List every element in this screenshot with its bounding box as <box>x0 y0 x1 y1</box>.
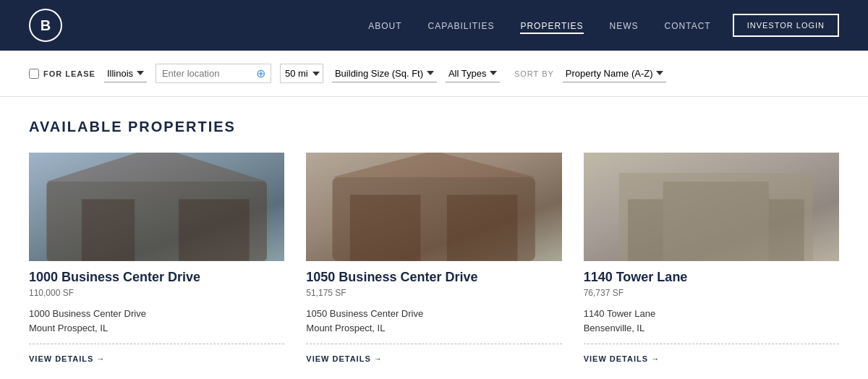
nav-item-about[interactable]: About <box>368 21 401 31</box>
svg-rect-2 <box>82 200 135 261</box>
building-size-select[interactable]: Building Size (Sq. Ft) <box>332 65 437 82</box>
property-divider <box>306 344 561 344</box>
property-size: 51,175 SF <box>306 288 561 298</box>
view-details-link[interactable]: View Details <box>306 354 382 363</box>
radius-select[interactable]: 50 mi <box>280 64 323 83</box>
svg-rect-7 <box>447 195 517 261</box>
property-image <box>29 153 284 261</box>
all-types-select[interactable]: All Types <box>446 65 500 82</box>
logo[interactable]: B <box>29 9 62 42</box>
location-input-wrap: ⊕ <box>156 64 271 83</box>
nav-links: About Capabilities Properties News Conta… <box>368 19 710 32</box>
property-card: 1000 Business Center Drive 110,000 SF 10… <box>29 153 284 365</box>
nav-item-contact[interactable]: Contact <box>665 21 711 31</box>
navigation: B About Capabilities Properties News Con… <box>0 0 868 51</box>
svg-rect-11 <box>769 200 804 261</box>
property-divider <box>29 344 284 344</box>
view-details-link[interactable]: View Details <box>584 354 660 363</box>
main-content: Available Properties 1000 Business Cente… <box>0 104 868 379</box>
sort-select[interactable]: Property Name (A-Z) <box>563 65 666 82</box>
property-size: 76,737 SF <box>584 288 839 298</box>
location-input[interactable] <box>156 64 271 83</box>
property-name: 1050 Business Center Drive <box>306 270 561 285</box>
svg-marker-1 <box>46 153 267 182</box>
properties-grid: 1000 Business Center Drive 110,000 SF 10… <box>29 153 839 365</box>
svg-rect-10 <box>628 200 663 261</box>
property-image <box>306 153 561 261</box>
view-details-link[interactable]: View Details <box>29 354 105 363</box>
section-title: Available Properties <box>29 119 839 135</box>
property-name: 1140 Tower Lane <box>584 270 839 285</box>
property-size: 110,000 SF <box>29 288 284 298</box>
nav-item-capabilities[interactable]: Capabilities <box>428 21 495 31</box>
investor-login-button[interactable]: Investor Login <box>733 14 839 37</box>
svg-rect-3 <box>179 200 249 261</box>
for-lease-checkbox[interactable] <box>29 69 39 79</box>
for-lease-label[interactable]: For Lease <box>29 69 95 79</box>
property-card: 1050 Business Center Drive 51,175 SF 105… <box>306 153 561 365</box>
nav-item-news[interactable]: News <box>610 21 639 31</box>
property-image <box>584 153 839 261</box>
svg-marker-5 <box>333 153 535 177</box>
property-address: 1000 Business Center DriveMount Prospect… <box>29 307 284 335</box>
location-icon: ⊕ <box>256 67 265 80</box>
property-card: 1140 Tower Lane 76,737 SF 1140 Tower Lan… <box>584 153 839 365</box>
filter-bar: For Lease Illinois ⊕ 50 mi Building Size… <box>0 51 868 97</box>
property-address: 1140 Tower LaneBensenville, IL <box>584 307 839 335</box>
property-name: 1000 Business Center Drive <box>29 270 284 285</box>
svg-rect-6 <box>350 195 420 261</box>
property-address: 1050 Business Center DriveMount Prospect… <box>306 307 561 335</box>
nav-item-properties[interactable]: Properties <box>520 21 583 34</box>
svg-rect-9 <box>663 182 768 261</box>
sort-by-label: Sort By <box>514 69 554 78</box>
state-select[interactable]: Illinois <box>104 65 147 82</box>
property-divider <box>584 344 839 344</box>
